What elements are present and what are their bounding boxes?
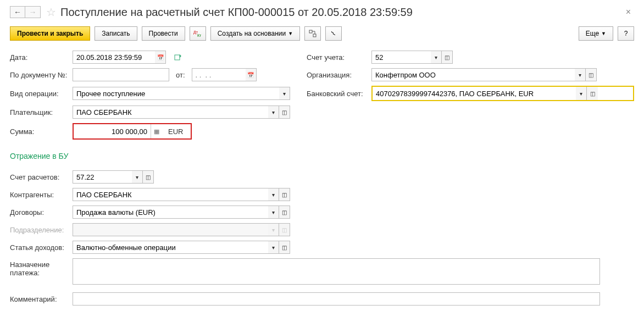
bank-account-input[interactable] (373, 87, 576, 100)
section-title: Отражение в БУ (10, 152, 634, 160)
chevron-down-icon: ▼ (288, 31, 293, 36)
comment-label: Комментарий: (10, 295, 69, 303)
comment-input[interactable] (73, 292, 600, 306)
svg-text:Кт: Кт (197, 34, 202, 37)
create-based-label: Создать на основании (218, 30, 286, 37)
open-button[interactable]: ◫ (442, 51, 453, 64)
dropdown-button[interactable]: ▾ (268, 241, 279, 254)
dropdown-button[interactable]: ▾ (268, 188, 279, 201)
income-input[interactable] (73, 241, 268, 254)
dropdown-button[interactable]: ▾ (279, 87, 290, 100)
from-label: от: (176, 71, 185, 79)
date-label: Дата: (10, 53, 69, 62)
dropdown-button[interactable]: ▾ (268, 206, 279, 219)
open-button[interactable]: ◫ (587, 87, 598, 100)
optype-label: Вид операции: (10, 90, 69, 98)
docnum-input[interactable] (73, 68, 169, 81)
contract-label: Договоры: (10, 208, 69, 216)
attachment-button[interactable]: ⌇ (325, 26, 342, 41)
structure-icon (309, 30, 317, 37)
sum-label: Сумма: (10, 127, 69, 136)
open-button[interactable]: ◫ (279, 106, 290, 119)
post-and-close-button[interactable]: Провести и закрыть (10, 26, 90, 41)
open-button[interactable]: ◫ (279, 206, 290, 219)
contract-input[interactable] (73, 206, 268, 219)
more-label: Еще (586, 30, 599, 37)
dropdown-button[interactable]: ▾ (268, 106, 279, 119)
close-button[interactable]: × (623, 7, 634, 17)
svg-rect-3 (313, 34, 316, 37)
sum-field-highlight: ▦ EUR (73, 123, 192, 140)
dt-kt-button[interactable]: ДтКт (190, 26, 206, 41)
nav-back-button[interactable]: ← (10, 6, 25, 18)
more-button[interactable]: Еще ▼ (579, 26, 613, 41)
dropdown-button[interactable]: ▾ (575, 68, 586, 81)
income-label: Статья доходов: (10, 243, 69, 252)
account-label: Счет учета: (307, 53, 368, 62)
paperclip-icon: ⌇ (330, 30, 337, 38)
purpose-label: Назначение платежа: (10, 258, 69, 277)
org-input[interactable] (371, 68, 575, 81)
sum-currency: EUR (168, 127, 191, 136)
docnum-label: По документу №: (10, 71, 69, 79)
post-button[interactable]: Провести (142, 26, 185, 41)
docnum-date-input[interactable] (192, 68, 246, 81)
favorite-star-icon[interactable]: ☆ (46, 5, 56, 19)
calendar-icon[interactable]: 📅 (246, 68, 257, 81)
contragent-input[interactable] (73, 188, 268, 201)
calendar-icon[interactable]: 📅 (155, 51, 166, 64)
open-button[interactable]: ◫ (279, 241, 290, 254)
contragent-label: Контрагенты: (10, 191, 69, 199)
org-label: Организация: (307, 71, 368, 79)
refresh-icon (174, 53, 182, 61)
svg-rect-4 (175, 55, 180, 60)
settle-label: Счет расчетов: (10, 173, 69, 181)
open-button[interactable]: ◫ (279, 188, 290, 201)
open-button[interactable]: ◫ (143, 170, 154, 184)
purpose-textarea[interactable] (73, 258, 600, 285)
division-input (73, 223, 268, 236)
payer-label: Плательщик: (10, 108, 69, 116)
dropdown-button[interactable]: ▾ (132, 170, 143, 184)
dropdown-button[interactable]: ▾ (431, 51, 442, 64)
open-button: ◫ (279, 223, 290, 236)
dtkt-icon: ДтКт (193, 30, 202, 37)
payer-input[interactable] (73, 106, 268, 119)
create-based-on-button[interactable]: Создать на основании ▼ (210, 26, 300, 41)
refresh-date-button[interactable] (173, 51, 184, 64)
structure-button[interactable] (304, 26, 321, 41)
open-button[interactable]: ◫ (586, 68, 597, 81)
calculator-icon[interactable]: ▦ (151, 124, 162, 138)
account-input[interactable] (371, 51, 431, 64)
bank-label: Банковский счет: (307, 90, 368, 98)
save-button[interactable]: Записать (95, 26, 137, 41)
nav-forward-button[interactable]: → (25, 6, 41, 18)
division-label: Подразделение: (10, 226, 69, 234)
settle-input[interactable] (73, 170, 132, 184)
dropdown-button[interactable]: ▾ (576, 87, 587, 100)
page-title: Поступление на расчетный счет КП00-00001… (60, 6, 623, 19)
chevron-down-icon: ▼ (601, 31, 606, 36)
help-button[interactable]: ? (618, 26, 634, 41)
date-input[interactable] (73, 51, 155, 64)
svg-rect-2 (309, 30, 312, 33)
optype-input[interactable] (73, 87, 279, 100)
dropdown-button: ▾ (268, 223, 279, 236)
sum-input[interactable] (74, 124, 151, 138)
